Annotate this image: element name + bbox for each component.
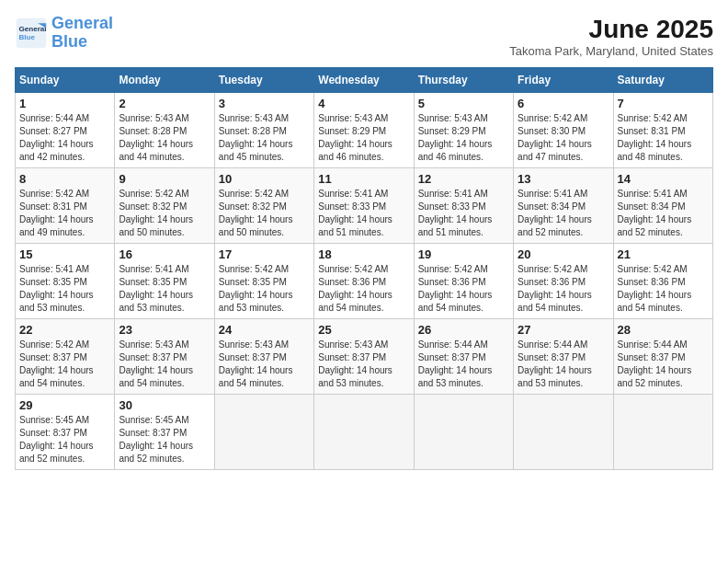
day-number: 18 [318,247,409,261]
day-cell: 25Sunrise: 5:43 AMSunset: 8:37 PMDayligh… [314,319,414,395]
day-cell: 5Sunrise: 5:43 AMSunset: 8:29 PMDaylight… [414,93,513,168]
day-number: 2 [119,97,210,110]
day-info: Sunrise: 5:42 AMSunset: 8:35 PMDaylight:… [219,263,310,315]
col-wednesday: Wednesday [314,68,414,93]
col-friday: Friday [514,68,613,93]
day-number: 17 [219,247,310,261]
day-number: 9 [119,172,210,186]
page-header: General Blue GeneralBlue June 2025 Takom… [15,15,713,58]
week-row-2: 8Sunrise: 5:42 AMSunset: 8:31 PMDaylight… [16,168,713,244]
day-info: Sunrise: 5:42 AMSunset: 8:31 PMDaylight:… [618,112,709,164]
empty-cell [214,395,313,470]
logo-text: GeneralBlue [51,15,113,52]
day-cell: 30Sunrise: 5:45 AMSunset: 8:37 PMDayligh… [115,395,214,470]
day-info: Sunrise: 5:45 AMSunset: 8:37 PMDaylight:… [19,414,110,465]
day-info: Sunrise: 5:42 AMSunset: 8:32 PMDaylight:… [119,188,210,239]
day-info: Sunrise: 5:42 AMSunset: 8:36 PMDaylight:… [618,263,709,315]
col-tuesday: Tuesday [214,68,313,93]
day-info: Sunrise: 5:41 AMSunset: 8:34 PMDaylight:… [518,188,609,239]
calendar-title: June 2025 [509,15,713,44]
day-info: Sunrise: 5:44 AMSunset: 8:37 PMDaylight:… [518,339,609,390]
day-cell: 12Sunrise: 5:41 AMSunset: 8:33 PMDayligh… [414,168,513,244]
day-number: 6 [518,97,609,110]
week-row-1: 1Sunrise: 5:44 AMSunset: 8:27 PMDaylight… [16,93,713,168]
day-cell: 6Sunrise: 5:42 AMSunset: 8:30 PMDaylight… [514,93,613,168]
calendar-subtitle: Takoma Park, Maryland, United States [509,44,713,58]
day-cell: 18Sunrise: 5:42 AMSunset: 8:36 PMDayligh… [314,244,414,319]
day-number: 14 [618,172,709,186]
day-cell: 28Sunrise: 5:44 AMSunset: 8:37 PMDayligh… [613,319,712,395]
day-number: 4 [318,97,409,110]
day-number: 16 [119,247,210,261]
day-number: 11 [318,172,409,186]
empty-cell [314,395,414,470]
day-number: 28 [618,323,709,337]
svg-text:General: General [19,25,47,33]
day-info: Sunrise: 5:42 AMSunset: 8:31 PMDaylight:… [19,188,110,239]
empty-cell [514,395,613,470]
logo-icon: General Blue [15,17,48,50]
empty-cell [613,395,712,470]
day-cell: 29Sunrise: 5:45 AMSunset: 8:37 PMDayligh… [16,395,115,470]
day-number: 15 [19,247,110,261]
day-info: Sunrise: 5:43 AMSunset: 8:37 PMDaylight:… [318,339,409,390]
day-number: 29 [19,398,110,412]
day-info: Sunrise: 5:44 AMSunset: 8:27 PMDaylight:… [19,112,110,164]
day-info: Sunrise: 5:43 AMSunset: 8:37 PMDaylight:… [219,339,310,390]
day-number: 10 [219,172,310,186]
day-cell: 24Sunrise: 5:43 AMSunset: 8:37 PMDayligh… [214,319,313,395]
day-cell: 11Sunrise: 5:41 AMSunset: 8:33 PMDayligh… [314,168,414,244]
day-number: 3 [219,97,310,110]
day-cell: 16Sunrise: 5:41 AMSunset: 8:35 PMDayligh… [115,244,214,319]
day-number: 25 [318,323,409,337]
day-cell: 8Sunrise: 5:42 AMSunset: 8:31 PMDaylight… [16,168,115,244]
day-info: Sunrise: 5:43 AMSunset: 8:28 PMDaylight:… [219,112,310,164]
day-info: Sunrise: 5:41 AMSunset: 8:33 PMDaylight:… [418,188,509,239]
day-number: 26 [418,323,509,337]
day-cell: 7Sunrise: 5:42 AMSunset: 8:31 PMDaylight… [613,93,712,168]
title-block: June 2025 Takoma Park, Maryland, United … [509,15,713,58]
logo: General Blue GeneralBlue [15,15,113,52]
day-info: Sunrise: 5:43 AMSunset: 8:28 PMDaylight:… [119,112,210,164]
day-number: 13 [518,172,609,186]
day-number: 12 [418,172,509,186]
svg-text:Blue: Blue [19,33,36,41]
col-saturday: Saturday [613,68,712,93]
day-cell: 1Sunrise: 5:44 AMSunset: 8:27 PMDaylight… [16,93,115,168]
day-info: Sunrise: 5:42 AMSunset: 8:36 PMDaylight:… [518,263,609,315]
day-number: 7 [618,97,709,110]
empty-cell [414,395,513,470]
calendar-table: Sunday Monday Tuesday Wednesday Thursday… [15,67,713,470]
day-info: Sunrise: 5:41 AMSunset: 8:35 PMDaylight:… [19,263,110,315]
day-info: Sunrise: 5:42 AMSunset: 8:32 PMDaylight:… [219,188,310,239]
calendar-body: 1Sunrise: 5:44 AMSunset: 8:27 PMDaylight… [16,93,713,470]
day-cell: 20Sunrise: 5:42 AMSunset: 8:36 PMDayligh… [514,244,613,319]
day-number: 19 [418,247,509,261]
day-number: 8 [19,172,110,186]
week-row-3: 15Sunrise: 5:41 AMSunset: 8:35 PMDayligh… [16,244,713,319]
day-info: Sunrise: 5:42 AMSunset: 8:30 PMDaylight:… [518,112,609,164]
day-info: Sunrise: 5:41 AMSunset: 8:34 PMDaylight:… [618,188,709,239]
week-row-4: 22Sunrise: 5:42 AMSunset: 8:37 PMDayligh… [16,319,713,395]
day-info: Sunrise: 5:45 AMSunset: 8:37 PMDaylight:… [119,414,210,465]
day-info: Sunrise: 5:41 AMSunset: 8:33 PMDaylight:… [318,188,409,239]
days-of-week-row: Sunday Monday Tuesday Wednesday Thursday… [16,68,713,93]
day-info: Sunrise: 5:42 AMSunset: 8:36 PMDaylight:… [418,263,509,315]
day-cell: 4Sunrise: 5:43 AMSunset: 8:29 PMDaylight… [314,93,414,168]
day-cell: 15Sunrise: 5:41 AMSunset: 8:35 PMDayligh… [16,244,115,319]
col-sunday: Sunday [16,68,115,93]
day-cell: 3Sunrise: 5:43 AMSunset: 8:28 PMDaylight… [214,93,313,168]
day-number: 27 [518,323,609,337]
day-cell: 17Sunrise: 5:42 AMSunset: 8:35 PMDayligh… [214,244,313,319]
day-info: Sunrise: 5:41 AMSunset: 8:35 PMDaylight:… [119,263,210,315]
day-cell: 21Sunrise: 5:42 AMSunset: 8:36 PMDayligh… [613,244,712,319]
day-number: 24 [219,323,310,337]
day-cell: 26Sunrise: 5:44 AMSunset: 8:37 PMDayligh… [414,319,513,395]
day-cell: 9Sunrise: 5:42 AMSunset: 8:32 PMDaylight… [115,168,214,244]
day-cell: 23Sunrise: 5:43 AMSunset: 8:37 PMDayligh… [115,319,214,395]
day-info: Sunrise: 5:43 AMSunset: 8:37 PMDaylight:… [119,339,210,390]
day-number: 30 [119,398,210,412]
day-number: 20 [518,247,609,261]
day-number: 1 [19,97,110,110]
day-cell: 10Sunrise: 5:42 AMSunset: 8:32 PMDayligh… [214,168,313,244]
